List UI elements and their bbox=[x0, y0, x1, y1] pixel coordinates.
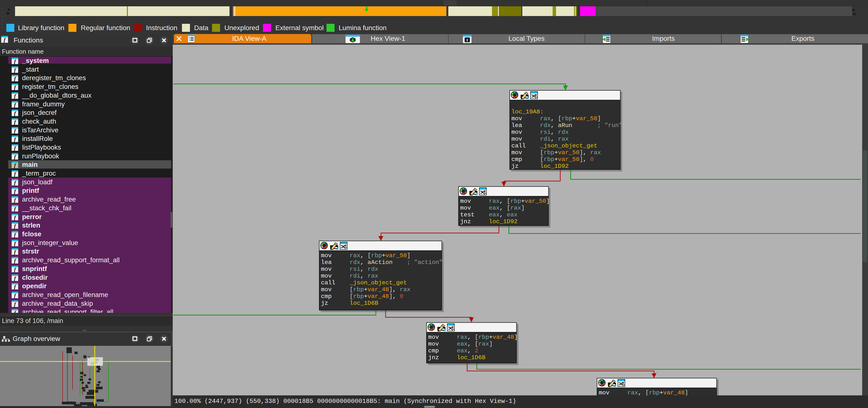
svg-text:t: t bbox=[466, 38, 468, 42]
